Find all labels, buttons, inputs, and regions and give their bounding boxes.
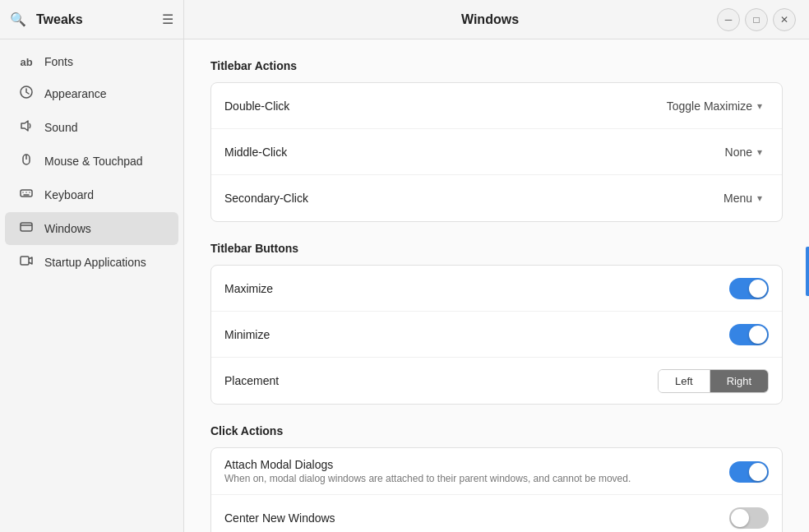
svg-marker-1 (21, 121, 28, 131)
toggle-thumb (749, 463, 767, 481)
secondary-click-dropdown[interactable]: Menu ▾ (717, 188, 769, 208)
sidebar-item-label: Appearance (44, 87, 107, 100)
center-new-row: Center New Windows (211, 495, 782, 532)
menu-icon[interactable]: ☰ (162, 12, 173, 27)
close-button[interactable]: ✕ (773, 8, 796, 31)
placement-btn-group: Left Right (658, 369, 769, 393)
main-content: Titlebar Actions Double-Click Toggle Max… (184, 39, 809, 532)
middle-click-label: Middle-Click (224, 146, 719, 159)
maximize-control (729, 278, 769, 299)
sidebar-nav: ab Fonts Appearance Sound Mouse & Touchp… (0, 39, 183, 532)
main-header: Windows ─ □ ✕ (184, 0, 809, 39)
mouse-icon (18, 153, 35, 169)
sidebar-header: 🔍 Tweaks ☰ (0, 0, 183, 39)
sidebar-item-keyboard[interactable]: Keyboard (5, 178, 178, 211)
sidebar-item-windows[interactable]: Windows (5, 212, 178, 245)
titlebar-actions-heading: Titlebar Actions (210, 59, 783, 72)
placement-label: Placement (224, 374, 658, 387)
main-panel: Windows ─ □ ✕ Titlebar Actions Double-Cl… (184, 0, 809, 532)
double-click-control: Toggle Maximize ▾ (660, 96, 769, 116)
secondary-click-label: Secondary-Click (224, 192, 717, 205)
attach-modal-toggle[interactable] (729, 461, 769, 483)
attach-modal-row: Attach Modal Dialogs When on, modal dial… (211, 448, 782, 495)
minimize-control (729, 324, 769, 345)
window-controls: ─ □ ✕ (717, 8, 796, 31)
sidebar: 🔍 Tweaks ☰ ab Fonts Appearance Sound Mou… (0, 0, 184, 532)
startup-icon (18, 254, 35, 271)
sidebar-title: Tweaks (36, 12, 152, 27)
middle-click-dropdown[interactable]: None ▾ (719, 142, 769, 162)
click-actions-card: Attach Modal Dialogs When on, modal dial… (210, 447, 783, 532)
secondary-click-control: Menu ▾ (717, 188, 769, 208)
minimize-label: Minimize (224, 328, 729, 341)
double-click-value: Toggle Maximize (667, 99, 752, 113)
maximize-row: Maximize (211, 266, 782, 312)
maximize-label: Maximize (224, 282, 729, 295)
center-new-control (729, 507, 769, 529)
search-icon[interactable]: 🔍 (10, 12, 26, 27)
scroll-accent (806, 247, 809, 296)
middle-click-control: None ▾ (719, 142, 769, 162)
sidebar-item-label: Fonts (44, 55, 73, 68)
keyboard-icon (18, 187, 35, 203)
dropdown-arrow-icon: ▾ (757, 100, 762, 112)
sidebar-item-label: Startup Applications (44, 256, 146, 269)
windows-icon (18, 220, 35, 237)
appearance-icon (18, 86, 35, 102)
titlebar-buttons-heading: Titlebar Buttons (210, 242, 783, 255)
center-new-label: Center New Windows (224, 511, 729, 525)
attach-modal-control (729, 461, 769, 483)
sidebar-item-startup[interactable]: Startup Applications (5, 246, 178, 279)
svg-rect-4 (21, 190, 32, 197)
double-click-dropdown[interactable]: Toggle Maximize ▾ (660, 96, 769, 116)
titlebar-actions-card: Double-Click Toggle Maximize ▾ Middle-Cl… (210, 82, 783, 222)
minimize-toggle[interactable] (729, 324, 769, 345)
maximize-toggle[interactable] (729, 278, 769, 299)
toggle-thumb (731, 509, 749, 527)
click-actions-heading: Click Actions (210, 424, 783, 437)
toggle-thumb (749, 326, 767, 344)
sound-icon (18, 119, 35, 136)
main-title: Windows (263, 12, 717, 27)
minimize-row: Minimize (211, 312, 782, 358)
titlebar-buttons-card: Maximize Minimize Placement (210, 265, 783, 405)
sidebar-item-fonts[interactable]: ab Fonts (5, 47, 178, 76)
dropdown-arrow-icon: ▾ (757, 146, 762, 158)
placement-right-button[interactable]: Right (710, 370, 768, 392)
sidebar-item-label: Windows (44, 222, 91, 235)
svg-rect-9 (21, 223, 32, 231)
placement-row: Placement Left Right (211, 358, 782, 404)
maximize-button[interactable]: □ (745, 8, 768, 31)
sidebar-item-mouse[interactable]: Mouse & Touchpad (5, 145, 178, 178)
sidebar-item-label: Keyboard (44, 188, 94, 201)
fonts-icon: ab (18, 56, 35, 68)
minimize-button[interactable]: ─ (717, 8, 740, 31)
sidebar-item-sound[interactable]: Sound (5, 111, 178, 144)
sidebar-item-appearance[interactable]: Appearance (5, 77, 178, 110)
placement-left-button[interactable]: Left (659, 370, 710, 392)
placement-control: Left Right (658, 369, 769, 393)
secondary-click-value: Menu (723, 192, 752, 205)
double-click-row: Double-Click Toggle Maximize ▾ (211, 83, 782, 129)
double-click-label: Double-Click (224, 99, 660, 113)
svg-rect-11 (21, 257, 29, 265)
sidebar-item-label: Mouse & Touchpad (44, 155, 143, 168)
attach-modal-label: Attach Modal Dialogs (224, 458, 716, 471)
sidebar-item-label: Sound (44, 121, 77, 134)
attach-modal-sublabel: When on, modal dialog windows are attach… (224, 473, 716, 484)
dropdown-arrow-icon: ▾ (757, 192, 762, 204)
middle-click-row: Middle-Click None ▾ (211, 129, 782, 175)
center-new-toggle[interactable] (729, 507, 769, 529)
toggle-thumb (749, 280, 767, 298)
secondary-click-row: Secondary-Click Menu ▾ (211, 175, 782, 221)
middle-click-value: None (725, 146, 752, 159)
